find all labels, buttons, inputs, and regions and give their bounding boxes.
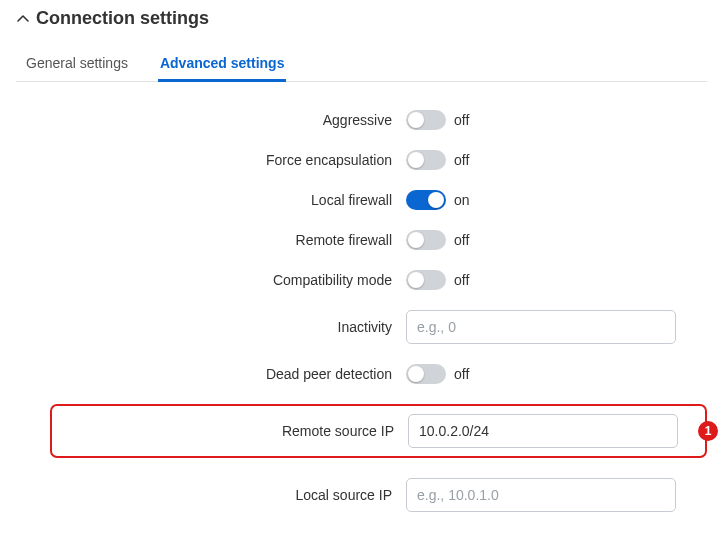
toggle-force-encapsulation[interactable] — [406, 150, 446, 170]
row-inactivity: Inactivity — [56, 310, 707, 344]
input-inactivity[interactable] — [406, 310, 676, 344]
connection-settings-panel: Connection settings General settings Adv… — [0, 0, 723, 541]
label-dead-peer-detection: Dead peer detection — [56, 366, 406, 382]
tabs: General settings Advanced settings — [16, 47, 707, 82]
state-force-encapsulation: off — [454, 152, 469, 168]
state-compatibility-mode: off — [454, 272, 469, 288]
toggle-compatibility-mode[interactable] — [406, 270, 446, 290]
state-dead-peer-detection: off — [454, 366, 469, 382]
toggle-dead-peer-detection[interactable] — [406, 364, 446, 384]
tab-advanced-settings[interactable]: Advanced settings — [158, 47, 286, 81]
state-aggressive: off — [454, 112, 469, 128]
input-remote-source-ip[interactable] — [408, 414, 678, 448]
label-remote-firewall: Remote firewall — [56, 232, 406, 248]
row-aggressive: Aggressive off — [56, 110, 707, 130]
advanced-settings-form: Aggressive off Force encapsulation off L… — [16, 110, 707, 512]
tab-general-settings[interactable]: General settings — [24, 47, 130, 81]
section-header[interactable]: Connection settings — [16, 8, 707, 29]
row-remote-firewall: Remote firewall off — [56, 230, 707, 250]
label-aggressive: Aggressive — [56, 112, 406, 128]
chevron-up-icon — [16, 12, 30, 26]
label-inactivity: Inactivity — [56, 319, 406, 335]
row-compatibility-mode: Compatibility mode off — [56, 270, 707, 290]
row-force-encapsulation: Force encapsulation off — [56, 150, 707, 170]
row-local-source-ip: Local source IP — [56, 478, 707, 512]
section-title: Connection settings — [36, 8, 209, 29]
label-local-firewall: Local firewall — [56, 192, 406, 208]
row-local-firewall: Local firewall on — [56, 190, 707, 210]
label-force-encapsulation: Force encapsulation — [56, 152, 406, 168]
state-local-firewall: on — [454, 192, 470, 208]
input-local-source-ip[interactable] — [406, 478, 676, 512]
label-compatibility-mode: Compatibility mode — [56, 272, 406, 288]
label-local-source-ip: Local source IP — [56, 487, 406, 503]
annotation-badge-1: 1 — [698, 421, 718, 441]
label-remote-source-ip: Remote source IP — [52, 423, 408, 439]
row-remote-source-ip: Remote source IP 1 — [50, 404, 707, 458]
toggle-local-firewall[interactable] — [406, 190, 446, 210]
toggle-remote-firewall[interactable] — [406, 230, 446, 250]
toggle-aggressive[interactable] — [406, 110, 446, 130]
row-dead-peer-detection: Dead peer detection off — [56, 364, 707, 384]
state-remote-firewall: off — [454, 232, 469, 248]
